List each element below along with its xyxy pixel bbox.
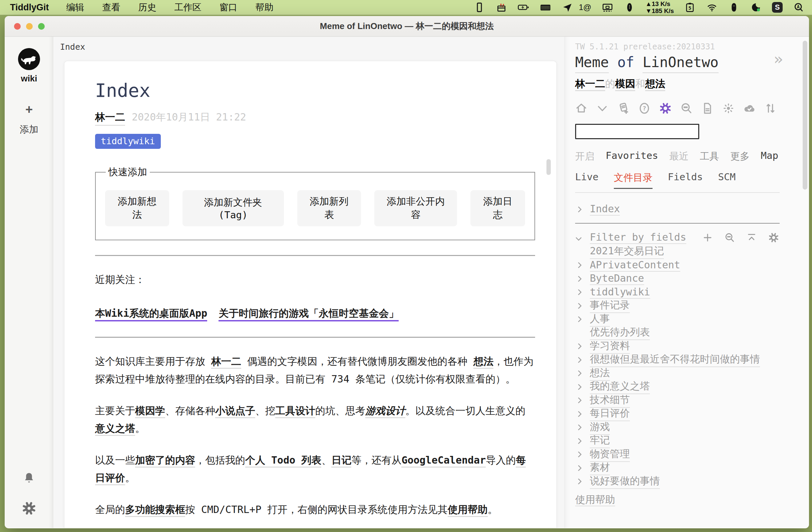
tree-item-label[interactable]: ByteDance [590, 272, 644, 285]
internal-link[interactable]: 意义之塔 [95, 422, 135, 436]
wifi-icon[interactable] [706, 2, 718, 13]
home-icon[interactable] [575, 102, 588, 114]
tree-item-label[interactable]: 很想做但是最近舍不得花时间做的事情 [590, 353, 760, 367]
site-title-link[interactable]: LinOnetwo [642, 54, 719, 73]
menu-item[interactable]: 帮助 [256, 1, 274, 13]
internal-link[interactable]: 加密了的内容 [135, 454, 195, 468]
window-titlebar[interactable]: Meme of LinOnetwo — 林一二的模因和想法 [5, 16, 809, 37]
tree-row[interactable]: 2021年交易日记 [575, 245, 780, 259]
tree-row[interactable]: 优先待办列表 [575, 326, 780, 340]
battery-icon[interactable] [518, 2, 530, 13]
chevron-right-icon[interactable] [575, 385, 590, 389]
tree-item-label[interactable]: 牢记 [590, 433, 610, 448]
chevron-right-icon[interactable] [575, 317, 590, 321]
tab-更多[interactable]: 更多 [730, 150, 750, 163]
internal-link[interactable]: 林一二 [211, 356, 241, 369]
tree-row[interactable]: 说好要做的事情 [575, 475, 780, 489]
tree-row[interactable]: 技术细节 [575, 394, 780, 407]
tree-item-label[interactable]: 想法 [590, 366, 610, 381]
spotlight-icon[interactable]: A [793, 2, 804, 13]
tab-工具[interactable]: 工具 [700, 150, 719, 163]
chevron-right-icon[interactable] [575, 425, 590, 430]
workspace-label[interactable]: wiki [21, 73, 37, 84]
quick-add-button[interactable]: 添加新列表 [297, 190, 361, 226]
site-title-link[interactable]: Meme [575, 54, 609, 73]
subtitle-link[interactable]: 想法 [645, 78, 665, 91]
tab-SCM[interactable]: SCM [718, 171, 736, 189]
tab-文件目录[interactable]: 文件目录 [614, 171, 653, 189]
tree-row[interactable]: 很想做但是最近舍不得花时间做的事情 [575, 353, 780, 367]
internal-link[interactable]: 个人 Todo 列表 [245, 454, 321, 468]
quick-add-button[interactable]: 添加新想法 [105, 190, 169, 226]
tree-item-label[interactable]: 优先待办列表 [590, 326, 650, 340]
tab-Fields[interactable]: Fields [668, 171, 703, 189]
tab-最近[interactable]: 最近 [669, 150, 688, 163]
quick-add-button[interactable]: 添加非公开内容 [374, 190, 457, 226]
sidebar-scrollbar-thumb[interactable] [803, 41, 807, 190]
tree-row[interactable]: 人事 [575, 313, 780, 327]
external-link[interactable]: 关于时间旅行的游戏「永恒时空基金会」 [218, 307, 398, 321]
chevron-right-icon[interactable] [575, 207, 590, 212]
tree-row[interactable]: 每日评价 [575, 407, 780, 421]
collapse-sidebar-icon[interactable]: » [774, 52, 783, 67]
tree-item-label[interactable]: 物资管理 [590, 447, 630, 462]
menu-item[interactable]: 查看 [102, 1, 120, 13]
settings-gear-icon[interactable] [22, 501, 36, 515]
tree-item-label[interactable]: tiddlywiki [590, 286, 650, 299]
menu-item[interactable]: 工作区 [174, 1, 202, 13]
workspace-avatar[interactable] [18, 48, 40, 70]
collapse-icon[interactable] [746, 232, 757, 243]
minimize-button[interactable] [26, 23, 33, 30]
add-workspace-plus-icon[interactable]: + [25, 103, 33, 116]
internal-link[interactable]: GoogleCalendar [401, 454, 486, 468]
internal-link[interactable]: 多功能搜索框 [125, 504, 185, 517]
chevron-right-icon[interactable] [575, 290, 590, 294]
menu-item[interactable]: 窗口 [219, 1, 237, 13]
tab-Map[interactable]: Map [761, 150, 778, 163]
chevron-down-icon[interactable] [575, 235, 590, 240]
new-tiddler-icon[interactable] [617, 102, 629, 114]
quick-add-button[interactable]: 添加日志 [470, 190, 525, 226]
tree-item-label[interactable]: 技术细节 [590, 393, 630, 408]
internal-link[interactable]: 小说点子 [215, 405, 255, 418]
internal-link[interactable]: 日记 [331, 454, 351, 468]
tree-item-label[interactable]: 事件记录 [590, 298, 630, 313]
menu-item[interactable]: 历史 [139, 1, 157, 13]
open-file-icon[interactable] [701, 102, 714, 114]
help-icon[interactable]: ? [638, 102, 651, 114]
quick-add-button[interactable]: 添加新文件夹(Tag) [183, 190, 284, 226]
filter-by-fields-row[interactable]: Filter by fields [575, 230, 780, 245]
tab-Live[interactable]: Live [575, 171, 598, 189]
status-dot-icon[interactable] [750, 2, 762, 13]
tree-row[interactable]: 学习资料 [575, 340, 780, 354]
clipboard-icon[interactable]: 5 [684, 2, 696, 13]
s-app-icon[interactable]: S [772, 2, 783, 13]
tree-row[interactable]: 我的意义之塔 [575, 380, 780, 394]
notifications-bell-icon[interactable] [22, 471, 36, 485]
site-title[interactable]: Meme of LinOnetwo [575, 54, 780, 70]
phone-icon[interactable] [474, 2, 485, 13]
tree-item-label[interactable]: 我的意义之塔 [590, 379, 650, 394]
chevron-right-icon[interactable] [575, 466, 590, 470]
tree-item-label[interactable]: 每日评价 [590, 406, 630, 421]
chevron-right-icon[interactable] [575, 479, 590, 484]
tree-row[interactable]: 游戏 [575, 421, 780, 434]
tree-item-label[interactable]: 说好要做的事情 [590, 474, 660, 489]
internal-link[interactable]: 想法 [474, 356, 493, 369]
display-mirror-icon[interactable] [601, 2, 613, 13]
chevron-right-icon[interactable] [575, 358, 590, 362]
chevron-right-icon[interactable] [575, 371, 590, 375]
tiddler-title[interactable]: Index [95, 80, 535, 101]
cloud-save-icon[interactable] [743, 102, 756, 114]
zoom-icon[interactable] [724, 232, 735, 243]
menu-app-name[interactable]: TiddlyGit [10, 2, 49, 13]
tree-row[interactable]: 想法 [575, 367, 780, 380]
tree-item-label[interactable]: 2021年交易日记 [590, 244, 664, 259]
tree-row[interactable]: APrivateContent [575, 259, 780, 272]
chevron-right-icon[interactable] [575, 304, 590, 308]
tree-item-label[interactable]: APrivateContent [590, 259, 680, 272]
settings-icon[interactable] [659, 102, 671, 114]
chevron-right-icon[interactable] [575, 452, 590, 457]
tree-row[interactable]: 物资管理 [575, 448, 780, 462]
external-link[interactable]: 本Wiki系统的桌面版App [95, 307, 207, 321]
